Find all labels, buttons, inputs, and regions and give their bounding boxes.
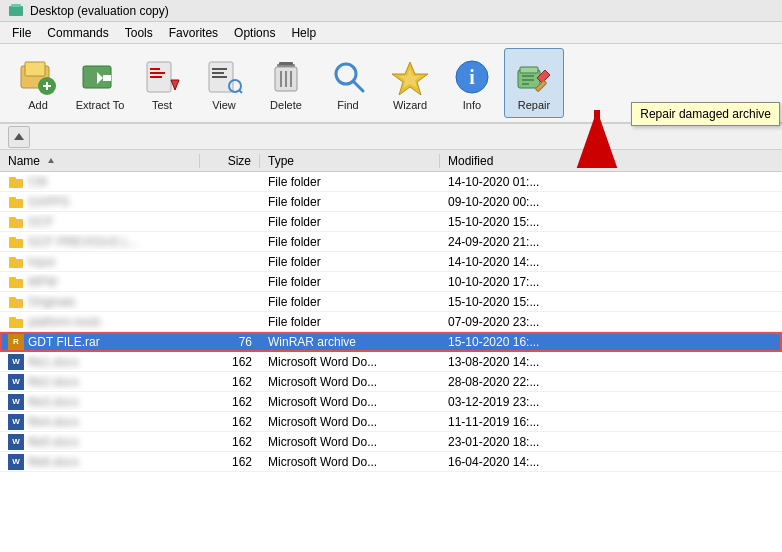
svg-rect-11: [150, 68, 160, 70]
extract-icon: [80, 57, 120, 97]
selected-file-type: WinRAR archive: [260, 335, 440, 349]
add-label: Add: [28, 99, 48, 111]
folder-row-5[interactable]: MPW File folder 10-10-2020 17:...: [0, 272, 782, 292]
folder-name-1: GAPPS: [28, 195, 69, 209]
word-icon: W: [8, 414, 24, 430]
folder-modified-0: 14-10-2020 01:...: [440, 175, 600, 189]
selected-file-name: GDT FILE.rar: [28, 335, 100, 349]
svg-rect-56: [9, 319, 23, 328]
wizard-label: Wizard: [393, 99, 427, 111]
word-file-modified-4: 23-01-2020 18:...: [440, 435, 600, 449]
folder-type-6: File folder: [260, 295, 440, 309]
svg-rect-1: [11, 4, 21, 7]
tooltip-text: Repair damaged archive: [631, 102, 780, 126]
folder-row-2[interactable]: GCF File folder 15-10-2020 15:...: [0, 212, 782, 232]
folder-row-4[interactable]: Input File folder 14-10-2020 14:...: [0, 252, 782, 272]
folder-icon: [8, 314, 24, 330]
folder-name-2: GCF: [28, 215, 53, 229]
svg-rect-34: [520, 67, 538, 73]
word-file-row-2[interactable]: W file3.docx 162 Microsoft Word Do... 03…: [0, 392, 782, 412]
menu-help[interactable]: Help: [283, 24, 324, 42]
folder-type-7: File folder: [260, 315, 440, 329]
wizard-button[interactable]: Wizard: [380, 48, 440, 118]
test-icon: [142, 57, 182, 97]
svg-marker-41: [48, 158, 54, 163]
menu-tools[interactable]: Tools: [117, 24, 161, 42]
svg-rect-42: [9, 179, 23, 188]
folder-icon: [8, 174, 24, 190]
folder-icon: [8, 214, 24, 230]
folder-row-7[interactable]: platform-tools File folder 07-09-2020 23…: [0, 312, 782, 332]
svg-marker-40: [14, 133, 24, 140]
svg-rect-0: [9, 6, 23, 16]
info-icon: i: [452, 57, 492, 97]
folder-row-1[interactable]: GAPPS File folder 09-10-2020 00:...: [0, 192, 782, 212]
folder-type-5: File folder: [260, 275, 440, 289]
word-file-modified-5: 16-04-2020 14:...: [440, 455, 600, 469]
nav-up-button[interactable]: [8, 126, 30, 148]
svg-rect-18: [212, 76, 227, 78]
folder-type-3: File folder: [260, 235, 440, 249]
file-list-header: Name Size Type Modified: [0, 150, 782, 172]
svg-rect-12: [150, 72, 165, 74]
folder-row-3[interactable]: GCF PREVIOUS L... File folder 24-09-2020…: [0, 232, 782, 252]
repair-label: Repair: [518, 99, 550, 111]
word-icon: W: [8, 394, 24, 410]
word-file-name-4: file5.docx: [28, 435, 79, 449]
svg-rect-46: [9, 219, 23, 228]
word-file-row-3[interactable]: W file4.docx 162 Microsoft Word Do... 11…: [0, 412, 782, 432]
column-size-header[interactable]: Size: [200, 154, 260, 168]
info-button[interactable]: i Info: [442, 48, 502, 118]
delete-icon: [266, 57, 306, 97]
repair-button[interactable]: Repair: [504, 48, 564, 118]
word-file-row-1[interactable]: W file2.docx 162 Microsoft Word Do... 28…: [0, 372, 782, 392]
extract-to-button[interactable]: Extract To: [70, 48, 130, 118]
svg-rect-16: [212, 68, 227, 70]
word-file-type-3: Microsoft Word Do...: [260, 415, 440, 429]
add-button[interactable]: Add: [8, 48, 68, 118]
main-content: Name Size Type Modified CM File folder: [0, 150, 782, 552]
add-icon: [18, 57, 58, 97]
repair-icon: [514, 57, 554, 97]
column-type-header[interactable]: Type: [260, 154, 440, 168]
selected-file-row[interactable]: R GDT FILE.rar 76 WinRAR archive 15-10-2…: [0, 332, 782, 352]
svg-rect-45: [9, 197, 16, 200]
folder-row-6[interactable]: Originals File folder 15-10-2020 15:...: [0, 292, 782, 312]
column-name-header[interactable]: Name: [0, 154, 200, 168]
nav-bar: [0, 124, 782, 150]
folder-row-0[interactable]: CM File folder 14-10-2020 01:...: [0, 172, 782, 192]
word-file-modified-0: 13-08-2020 14:...: [440, 355, 600, 369]
view-button[interactable]: View: [194, 48, 254, 118]
word-file-modified-3: 11-11-2019 16:...: [440, 415, 600, 429]
svg-line-28: [353, 81, 363, 91]
svg-rect-50: [9, 259, 23, 268]
word-file-row-0[interactable]: W file1.docx 162 Microsoft Word Do... 13…: [0, 352, 782, 372]
menu-options[interactable]: Options: [226, 24, 283, 42]
test-button[interactable]: Test: [132, 48, 192, 118]
menu-commands[interactable]: Commands: [39, 24, 116, 42]
selected-file-size: 76: [200, 335, 260, 349]
svg-rect-54: [9, 299, 23, 308]
word-file-type-4: Microsoft Word Do...: [260, 435, 440, 449]
find-label: Find: [337, 99, 358, 111]
word-file-row-4[interactable]: W file5.docx 162 Microsoft Word Do... 23…: [0, 432, 782, 452]
find-button[interactable]: Find: [318, 48, 378, 118]
svg-text:i: i: [469, 66, 475, 88]
selected-file-modified: 15-10-2020 16:...: [440, 335, 600, 349]
word-file-modified-2: 03-12-2019 23:...: [440, 395, 600, 409]
svg-rect-43: [9, 177, 16, 180]
menu-file[interactable]: File: [4, 24, 39, 42]
word-file-modified-1: 28-08-2020 22:...: [440, 375, 600, 389]
test-label: Test: [152, 99, 172, 111]
word-file-name-0: file1.docx: [28, 355, 79, 369]
folder-modified-5: 10-10-2020 17:...: [440, 275, 600, 289]
word-file-row-5[interactable]: W file6.docx 162 Microsoft Word Do... 16…: [0, 452, 782, 472]
folder-modified-3: 24-09-2020 21:...: [440, 235, 600, 249]
menu-favorites[interactable]: Favorites: [161, 24, 226, 42]
folder-icon: [8, 254, 24, 270]
word-file-name-2: file3.docx: [28, 395, 79, 409]
svg-rect-9: [103, 75, 111, 81]
folder-name-7: platform-tools: [28, 315, 101, 329]
delete-button[interactable]: Delete: [256, 48, 316, 118]
delete-label: Delete: [270, 99, 302, 111]
